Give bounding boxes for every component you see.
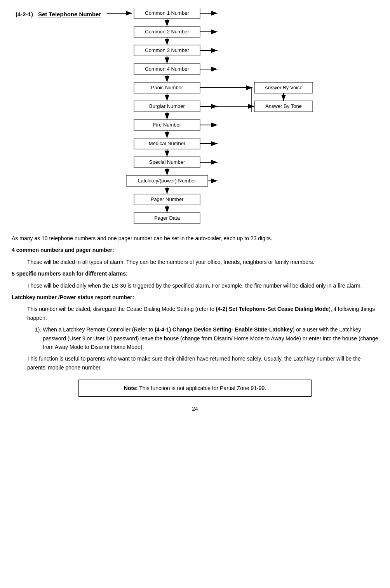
section1-text: These will be dialed in all types of ala… (27, 258, 378, 266)
label-panic: Panic Number (151, 85, 183, 90)
label-common1: Common 1 Number (145, 10, 189, 16)
section2-heading: 5 specific numbers each for different al… (12, 269, 378, 278)
label-special: Special Number (149, 159, 185, 165)
label-common2: Common 2 Number (145, 29, 189, 35)
diagram-svg: (4-2-1) Set Telephone Number Common 1 Nu… (12, 8, 385, 225)
label-burglar: Burglar Number (149, 103, 185, 109)
label-fire: Fire Number (153, 122, 181, 128)
label-latchkey: Latchkey/(power) Number (138, 178, 196, 184)
heading-title: Set Telephone Number (38, 11, 101, 17)
note-label: Note: This function is not applicable fo… (124, 385, 266, 391)
note-box: Note: This function is not applicable fo… (78, 380, 312, 397)
label-answer-tone: Answer By Tone (265, 103, 302, 109)
section3-ref1: (4-2) Set Telephone-Set Cease Dialing Mo… (216, 306, 329, 312)
label-pager-num: Pager Number (151, 196, 184, 202)
content-area: As many as 10 telephone numbers and one … (12, 234, 378, 413)
intro-text: As many as 10 telephone numbers and one … (12, 234, 378, 243)
section3-item1: 1). When a Latchkey Remote Controller (R… (35, 325, 378, 351)
section3-heading: Latchkey number /Power status report num… (12, 293, 378, 302)
section3-item2: This function is useful to parents who w… (27, 354, 378, 372)
heading-prefix: (4-2-1) (16, 11, 33, 17)
label-medical: Medical Number (149, 140, 186, 146)
label-pager-data: Pager Data (154, 215, 180, 221)
section3-item1-ref: (4-4-1) Change Device Setting- Enable St… (155, 326, 293, 333)
flow-diagram: (4-2-1) Set Telephone Number Common 1 Nu… (12, 8, 378, 226)
page-number: 24 (12, 404, 378, 413)
label-common3: Common 3 Number (145, 47, 189, 53)
section3-text: This number will be dialed, disregard th… (27, 305, 378, 322)
label-common4: Common 4 Number (145, 66, 189, 72)
section2-text: These will be dialed only when the LS-30… (27, 281, 378, 290)
section1-heading: 4 common numbers and pager number: (12, 246, 378, 254)
label-answer-voice: Answer By Voice (265, 85, 303, 90)
